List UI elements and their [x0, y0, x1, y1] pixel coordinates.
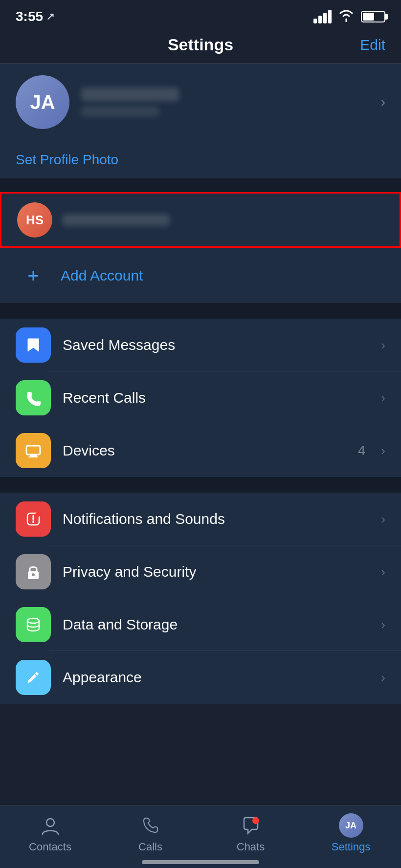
privacy-icon [16, 554, 51, 589]
page-title: Settings [168, 35, 233, 54]
tab-calls[interactable]: Calls [100, 813, 200, 853]
set-profile-photo-section[interactable]: Set Profile Photo [0, 141, 401, 178]
bottom-spacer [0, 704, 401, 782]
chats-tab-label: Chats [237, 841, 265, 853]
signal-icon [313, 10, 332, 23]
contacts-tab-icon [38, 813, 63, 838]
calls-tab-label: Calls [138, 841, 162, 853]
contacts-tab-label: Contacts [29, 841, 71, 853]
profile-initials: JA [30, 91, 55, 113]
add-account-label[interactable]: Add Account [61, 267, 143, 284]
notifications-icon [16, 501, 51, 537]
location-arrow-icon: ↗ [46, 10, 55, 23]
recent-calls-item[interactable]: Recent Calls › [0, 371, 401, 424]
battery-icon [361, 11, 385, 22]
second-account-initials: HS [26, 213, 44, 228]
recent-calls-icon [16, 380, 51, 415]
accounts-section: HS + Add Account [0, 192, 401, 303]
settings-initials: JA [345, 821, 356, 831]
appearance-icon [16, 660, 51, 695]
devices-label: Devices [63, 442, 346, 459]
chats-tab-icon [239, 813, 263, 838]
wifi-icon [337, 9, 355, 24]
status-icons [313, 9, 385, 24]
profile-avatar: JA [16, 75, 69, 129]
notifications-label: Notifications and Sounds [63, 511, 369, 527]
notifications-item[interactable]: Notifications and Sounds › [0, 493, 401, 545]
add-account-item[interactable]: + Add Account [0, 248, 401, 303]
set-profile-photo-label[interactable]: Set Profile Photo [16, 152, 118, 167]
svg-point-10 [252, 817, 259, 824]
settings-tab-icon: JA [339, 813, 363, 838]
section-gap-3 [0, 477, 401, 493]
second-account-name-blurred [62, 214, 170, 226]
status-time: 3:55 ↗ [16, 9, 55, 24]
devices-icon [16, 433, 51, 468]
notifications-chevron-icon: › [381, 512, 385, 527]
svg-point-4 [35, 512, 40, 517]
second-account-item[interactable]: HS [0, 192, 401, 248]
data-storage-label: Data and Storage [63, 616, 369, 633]
devices-chevron-icon: › [381, 443, 385, 458]
tab-chats[interactable]: Chats [200, 813, 301, 853]
tab-bar: Contacts Calls Chats JA Settings [0, 805, 401, 868]
privacy-item[interactable]: Privacy and Security › [0, 545, 401, 598]
edit-button[interactable]: Edit [360, 37, 385, 53]
svg-point-5 [32, 521, 34, 523]
calls-tab-icon [138, 813, 163, 838]
saved-messages-item[interactable]: Saved Messages › [0, 319, 401, 371]
status-bar: 3:55 ↗ [0, 0, 401, 29]
appearance-label: Appearance [63, 669, 369, 686]
add-account-icon: + [16, 258, 51, 293]
svg-rect-0 [26, 446, 40, 455]
data-storage-chevron-icon: › [381, 617, 385, 632]
data-storage-icon [16, 607, 51, 642]
profile-info [81, 87, 369, 117]
settings-tab-avatar: JA [339, 813, 363, 838]
time-display: 3:55 [16, 9, 43, 24]
svg-rect-2 [28, 456, 38, 457]
appearance-item[interactable]: Appearance › [0, 651, 401, 704]
svg-rect-1 [30, 455, 37, 456]
profile-chevron-icon: › [381, 94, 385, 110]
recent-calls-label: Recent Calls [63, 390, 369, 406]
profile-name-blurred [81, 87, 179, 101]
svg-point-8 [27, 618, 39, 623]
saved-messages-icon [16, 327, 51, 363]
tab-settings[interactable]: JA Settings [301, 813, 401, 853]
data-storage-item[interactable]: Data and Storage › [0, 598, 401, 651]
devices-badge: 4 [358, 443, 366, 458]
tab-contacts[interactable]: Contacts [0, 813, 100, 853]
privacy-chevron-icon: › [381, 564, 385, 580]
section-gap-2 [0, 303, 401, 319]
svg-point-9 [46, 819, 54, 826]
settings-tab-label: Settings [332, 841, 371, 853]
saved-messages-chevron-icon: › [381, 338, 385, 353]
privacy-label: Privacy and Security [63, 564, 369, 580]
appearance-chevron-icon: › [381, 670, 385, 685]
nav-header: Settings Edit [0, 29, 401, 63]
svg-point-7 [32, 573, 35, 576]
devices-item[interactable]: Devices 4 › [0, 424, 401, 477]
menu-section-2: Notifications and Sounds › Privacy and S… [0, 493, 401, 704]
menu-section-1: Saved Messages › Recent Calls › Devices … [0, 319, 401, 477]
second-account-avatar: HS [17, 202, 52, 238]
section-gap-1 [0, 178, 401, 192]
profile-section[interactable]: JA › [0, 64, 401, 141]
home-indicator [142, 860, 259, 864]
profile-phone-blurred [81, 106, 159, 117]
saved-messages-label: Saved Messages [63, 337, 369, 353]
recent-calls-chevron-icon: › [381, 391, 385, 406]
